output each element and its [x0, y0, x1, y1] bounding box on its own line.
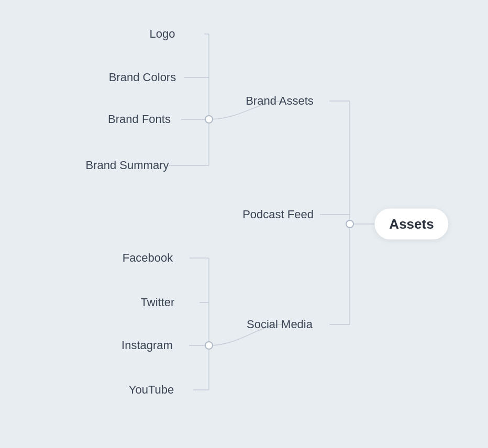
youtube-node[interactable]: YouTube — [129, 383, 174, 397]
root-node[interactable]: Assets — [374, 209, 448, 240]
brand-summary-node[interactable]: Brand Summary — [86, 159, 169, 172]
svg-point-2 — [346, 220, 353, 228]
facebook-node[interactable]: Facebook — [123, 251, 173, 265]
svg-point-9 — [205, 116, 213, 123]
twitter-node[interactable]: Twitter — [141, 296, 175, 309]
svg-point-17 — [205, 342, 213, 349]
instagram-node[interactable]: Instagram — [121, 339, 173, 352]
social-media-node[interactable]: Social Media — [247, 318, 313, 331]
brand-assets-node[interactable]: Brand Assets — [246, 94, 314, 108]
podcast-feed-node[interactable]: Podcast Feed — [242, 208, 314, 221]
brand-colors-node[interactable]: Brand Colors — [109, 71, 176, 84]
logo-node[interactable]: Logo — [150, 27, 175, 41]
brand-fonts-node[interactable]: Brand Fonts — [108, 113, 171, 126]
